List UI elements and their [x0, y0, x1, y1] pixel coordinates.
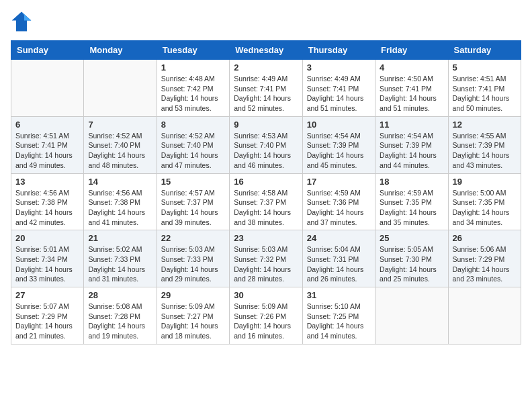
calendar-cell: 11Sunrise: 4:54 AMSunset: 7:39 PMDayligh…: [375, 116, 448, 173]
day-info: Sunrise: 4:55 AMSunset: 7:39 PMDaylight:…: [453, 131, 517, 171]
week-row-2: 6Sunrise: 4:51 AMSunset: 7:41 PMDaylight…: [11, 116, 521, 173]
day-number: 4: [380, 62, 443, 73]
calendar-header-tuesday: Tuesday: [157, 41, 229, 60]
calendar-cell: [375, 287, 448, 345]
day-number: 26: [453, 233, 517, 243]
day-number: 19: [453, 177, 517, 187]
calendar-cell: 4Sunrise: 4:50 AMSunset: 7:41 PMDaylight…: [375, 60, 448, 117]
calendar-cell: 12Sunrise: 4:55 AMSunset: 7:39 PMDayligh…: [448, 116, 521, 173]
calendar-cell: 23Sunrise: 5:03 AMSunset: 7:32 PMDayligh…: [230, 230, 302, 287]
day-info: Sunrise: 5:05 AMSunset: 7:30 PMDaylight:…: [380, 244, 443, 284]
day-number: 17: [307, 177, 371, 187]
calendar-cell: 17Sunrise: 4:59 AMSunset: 7:36 PMDayligh…: [302, 173, 375, 230]
day-info: Sunrise: 4:58 AMSunset: 7:37 PMDaylight:…: [234, 188, 298, 228]
calendar-cell: 28Sunrise: 5:08 AMSunset: 7:28 PMDayligh…: [84, 287, 157, 345]
calendar-cell: 3Sunrise: 4:49 AMSunset: 7:41 PMDaylight…: [302, 60, 375, 117]
day-number: 27: [15, 290, 79, 300]
day-number: 16: [234, 177, 298, 187]
calendar-cell: 15Sunrise: 4:57 AMSunset: 7:37 PMDayligh…: [157, 173, 229, 230]
day-info: Sunrise: 4:50 AMSunset: 7:41 PMDaylight:…: [380, 74, 443, 113]
logo: [11, 11, 35, 32]
calendar-cell: [448, 287, 521, 345]
calendar-cell: 9Sunrise: 4:53 AMSunset: 7:40 PMDaylight…: [230, 116, 302, 173]
day-number: 20: [15, 233, 79, 243]
calendar-cell: 10Sunrise: 4:54 AMSunset: 7:39 PMDayligh…: [302, 116, 375, 173]
day-number: 7: [88, 120, 152, 130]
day-number: 13: [15, 177, 79, 187]
calendar-header-sunday: Sunday: [11, 41, 84, 60]
calendar-cell: 30Sunrise: 5:09 AMSunset: 7:26 PMDayligh…: [230, 287, 302, 345]
calendar-cell: 26Sunrise: 5:06 AMSunset: 7:29 PMDayligh…: [448, 230, 521, 287]
day-info: Sunrise: 4:56 AMSunset: 7:38 PMDaylight:…: [15, 188, 79, 228]
svg-marker-0: [12, 12, 32, 32]
calendar-header-wednesday: Wednesday: [230, 41, 302, 60]
day-number: 2: [234, 62, 298, 73]
week-row-1: 1Sunrise: 4:48 AMSunset: 7:42 PMDaylight…: [11, 60, 521, 117]
calendar-cell: 2Sunrise: 4:49 AMSunset: 7:41 PMDaylight…: [230, 60, 302, 117]
day-info: Sunrise: 5:03 AMSunset: 7:33 PMDaylight:…: [161, 244, 225, 284]
day-number: 15: [161, 177, 225, 187]
day-number: 23: [234, 233, 298, 243]
calendar-cell: 19Sunrise: 5:00 AMSunset: 7:35 PMDayligh…: [448, 173, 521, 230]
calendar-header-saturday: Saturday: [448, 41, 521, 60]
day-info: Sunrise: 5:10 AMSunset: 7:25 PMDaylight:…: [307, 302, 371, 341]
header: [11, 11, 521, 32]
day-info: Sunrise: 4:52 AMSunset: 7:40 PMDaylight:…: [88, 131, 152, 171]
calendar-header-monday: Monday: [84, 41, 157, 60]
week-row-5: 27Sunrise: 5:07 AMSunset: 7:29 PMDayligh…: [11, 287, 521, 345]
calendar-cell: 20Sunrise: 5:01 AMSunset: 7:34 PMDayligh…: [11, 230, 84, 287]
week-row-4: 20Sunrise: 5:01 AMSunset: 7:34 PMDayligh…: [11, 230, 521, 287]
day-info: Sunrise: 4:57 AMSunset: 7:37 PMDaylight:…: [161, 188, 225, 228]
day-info: Sunrise: 4:51 AMSunset: 7:41 PMDaylight:…: [15, 131, 79, 171]
day-number: 10: [307, 120, 371, 130]
day-info: Sunrise: 5:02 AMSunset: 7:33 PMDaylight:…: [88, 244, 152, 284]
day-info: Sunrise: 4:56 AMSunset: 7:38 PMDaylight:…: [88, 188, 152, 228]
day-number: 8: [161, 120, 225, 130]
calendar-header-friday: Friday: [375, 41, 448, 60]
calendar-cell: 6Sunrise: 4:51 AMSunset: 7:41 PMDaylight…: [11, 116, 84, 173]
calendar-header-row: SundayMondayTuesdayWednesdayThursdayFrid…: [11, 41, 521, 60]
calendar: SundayMondayTuesdayWednesdayThursdayFrid…: [11, 40, 521, 345]
calendar-cell: 8Sunrise: 4:52 AMSunset: 7:40 PMDaylight…: [157, 116, 229, 173]
day-number: 22: [161, 233, 225, 243]
day-info: Sunrise: 5:04 AMSunset: 7:31 PMDaylight:…: [307, 244, 371, 284]
day-number: 6: [15, 120, 79, 130]
day-info: Sunrise: 4:49 AMSunset: 7:41 PMDaylight:…: [234, 74, 298, 113]
day-info: Sunrise: 5:00 AMSunset: 7:35 PMDaylight:…: [453, 188, 517, 228]
day-info: Sunrise: 4:52 AMSunset: 7:40 PMDaylight:…: [161, 131, 225, 171]
day-info: Sunrise: 5:06 AMSunset: 7:29 PMDaylight:…: [453, 244, 517, 284]
calendar-cell: [11, 60, 84, 117]
calendar-cell: 24Sunrise: 5:04 AMSunset: 7:31 PMDayligh…: [302, 230, 375, 287]
day-info: Sunrise: 4:53 AMSunset: 7:40 PMDaylight:…: [234, 131, 298, 171]
calendar-cell: 1Sunrise: 4:48 AMSunset: 7:42 PMDaylight…: [157, 60, 229, 117]
day-number: 9: [234, 120, 298, 130]
calendar-cell: 13Sunrise: 4:56 AMSunset: 7:38 PMDayligh…: [11, 173, 84, 230]
day-info: Sunrise: 4:49 AMSunset: 7:41 PMDaylight:…: [307, 74, 371, 113]
day-number: 3: [307, 62, 371, 73]
week-row-3: 13Sunrise: 4:56 AMSunset: 7:38 PMDayligh…: [11, 173, 521, 230]
calendar-cell: 31Sunrise: 5:10 AMSunset: 7:25 PMDayligh…: [302, 287, 375, 345]
calendar-cell: 25Sunrise: 5:05 AMSunset: 7:30 PMDayligh…: [375, 230, 448, 287]
calendar-cell: 27Sunrise: 5:07 AMSunset: 7:29 PMDayligh…: [11, 287, 84, 345]
day-number: 5: [453, 62, 517, 73]
day-number: 24: [307, 233, 371, 243]
day-info: Sunrise: 5:01 AMSunset: 7:34 PMDaylight:…: [15, 244, 79, 284]
calendar-cell: 14Sunrise: 4:56 AMSunset: 7:38 PMDayligh…: [84, 173, 157, 230]
day-number: 28: [88, 290, 152, 300]
calendar-cell: [84, 60, 157, 117]
day-number: 29: [161, 290, 225, 300]
calendar-header-thursday: Thursday: [302, 41, 375, 60]
day-number: 11: [380, 120, 443, 130]
calendar-cell: 22Sunrise: 5:03 AMSunset: 7:33 PMDayligh…: [157, 230, 229, 287]
day-info: Sunrise: 5:07 AMSunset: 7:29 PMDaylight:…: [15, 302, 79, 341]
day-info: Sunrise: 4:54 AMSunset: 7:39 PMDaylight:…: [307, 131, 371, 171]
day-number: 21: [88, 233, 152, 243]
day-info: Sunrise: 5:03 AMSunset: 7:32 PMDaylight:…: [234, 244, 298, 284]
day-info: Sunrise: 5:09 AMSunset: 7:26 PMDaylight:…: [234, 302, 298, 341]
day-info: Sunrise: 4:59 AMSunset: 7:35 PMDaylight:…: [380, 188, 443, 228]
logo-icon: [11, 11, 32, 32]
calendar-cell: 16Sunrise: 4:58 AMSunset: 7:37 PMDayligh…: [230, 173, 302, 230]
day-number: 25: [380, 233, 443, 243]
day-number: 18: [380, 177, 443, 187]
day-info: Sunrise: 4:54 AMSunset: 7:39 PMDaylight:…: [380, 131, 443, 171]
